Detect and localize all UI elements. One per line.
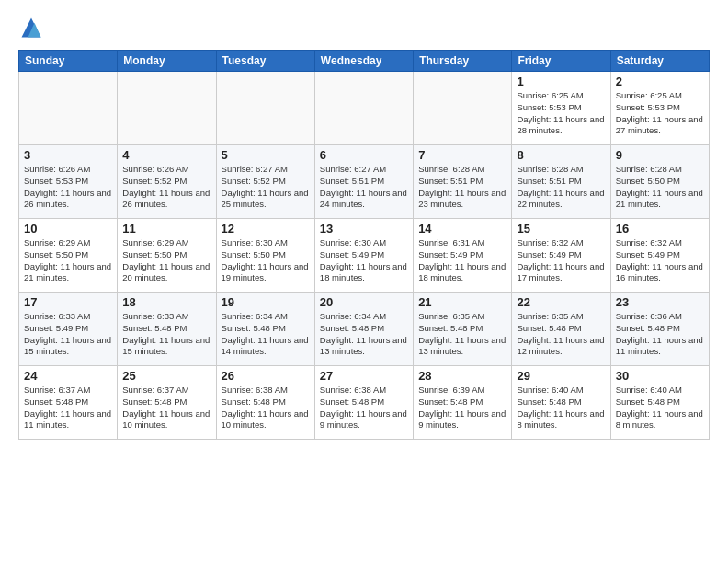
day-info: Sunrise: 6:27 AM Sunset: 5:52 PM Dayligh… [222,164,310,211]
calendar-cell [414,72,512,145]
day-number: 14 [418,222,506,236]
day-number: 24 [24,369,112,383]
day-number: 5 [222,148,310,162]
calendar-cell: 3Sunrise: 6:26 AM Sunset: 5:53 PM Daylig… [19,145,118,219]
calendar-week-row: 24Sunrise: 6:37 AM Sunset: 5:48 PM Dayli… [19,366,710,440]
day-number: 23 [616,295,704,309]
day-info: Sunrise: 6:38 AM Sunset: 5:48 PM Dayligh… [222,385,310,431]
weekday-header: Thursday [414,51,512,72]
day-number: 22 [517,295,605,309]
day-info: Sunrise: 6:37 AM Sunset: 5:48 PM Dayligh… [122,385,210,431]
calendar-cell: 2Sunrise: 6:25 AM Sunset: 5:53 PM Daylig… [610,72,709,145]
calendar-cell: 6Sunrise: 6:27 AM Sunset: 5:51 PM Daylig… [314,145,413,219]
day-number: 4 [122,148,210,162]
weekday-header: Sunday [19,51,118,72]
day-info: Sunrise: 6:30 AM Sunset: 5:50 PM Dayligh… [222,237,310,284]
day-info: Sunrise: 6:27 AM Sunset: 5:51 PM Dayligh… [320,164,408,211]
day-info: Sunrise: 6:37 AM Sunset: 5:48 PM Dayligh… [24,385,112,431]
day-number: 18 [122,295,210,309]
day-info: Sunrise: 6:33 AM Sunset: 5:49 PM Dayligh… [24,311,112,358]
calendar-cell: 28Sunrise: 6:39 AM Sunset: 5:48 PM Dayli… [414,366,512,440]
calendar-cell: 17Sunrise: 6:33 AM Sunset: 5:49 PM Dayli… [19,293,118,366]
calendar-cell: 22Sunrise: 6:35 AM Sunset: 5:48 PM Dayli… [512,293,610,366]
weekday-header: Wednesday [314,51,413,72]
calendar-cell [118,72,216,145]
calendar-cell: 18Sunrise: 6:33 AM Sunset: 5:48 PM Dayli… [118,293,216,366]
day-number: 13 [320,222,408,236]
day-info: Sunrise: 6:29 AM Sunset: 5:50 PM Dayligh… [24,237,112,284]
day-info: Sunrise: 6:34 AM Sunset: 5:48 PM Dayligh… [320,311,408,358]
calendar-week-row: 3Sunrise: 6:26 AM Sunset: 5:53 PM Daylig… [19,145,710,219]
day-info: Sunrise: 6:40 AM Sunset: 5:48 PM Dayligh… [616,385,704,431]
weekday-header: Tuesday [216,51,314,72]
day-info: Sunrise: 6:36 AM Sunset: 5:48 PM Dayligh… [616,311,704,358]
day-number: 26 [222,369,310,383]
calendar-cell: 11Sunrise: 6:29 AM Sunset: 5:50 PM Dayli… [118,219,216,293]
calendar-cell: 21Sunrise: 6:35 AM Sunset: 5:48 PM Dayli… [414,293,512,366]
calendar-cell: 26Sunrise: 6:38 AM Sunset: 5:48 PM Dayli… [216,366,314,440]
day-info: Sunrise: 6:32 AM Sunset: 5:49 PM Dayligh… [517,237,605,284]
calendar-week-row: 10Sunrise: 6:29 AM Sunset: 5:50 PM Dayli… [19,219,710,293]
weekday-header: Monday [118,51,216,72]
day-info: Sunrise: 6:34 AM Sunset: 5:48 PM Dayligh… [222,311,310,358]
weekday-header: Friday [512,51,610,72]
calendar-cell: 29Sunrise: 6:40 AM Sunset: 5:48 PM Dayli… [512,366,610,440]
calendar-cell: 4Sunrise: 6:26 AM Sunset: 5:52 PM Daylig… [118,145,216,219]
calendar-week-row: 17Sunrise: 6:33 AM Sunset: 5:49 PM Dayli… [19,293,710,366]
day-info: Sunrise: 6:38 AM Sunset: 5:48 PM Dayligh… [320,385,408,431]
header [18,15,710,40]
calendar-cell: 1Sunrise: 6:25 AM Sunset: 5:53 PM Daylig… [512,72,610,145]
day-info: Sunrise: 6:25 AM Sunset: 5:53 PM Dayligh… [616,90,704,137]
calendar-cell: 20Sunrise: 6:34 AM Sunset: 5:48 PM Dayli… [314,293,413,366]
day-info: Sunrise: 6:29 AM Sunset: 5:50 PM Dayligh… [122,237,210,284]
day-number: 8 [517,148,605,162]
day-info: Sunrise: 6:26 AM Sunset: 5:52 PM Dayligh… [122,164,210,211]
calendar-cell: 12Sunrise: 6:30 AM Sunset: 5:50 PM Dayli… [216,219,314,293]
calendar-cell: 8Sunrise: 6:28 AM Sunset: 5:51 PM Daylig… [512,145,610,219]
page: SundayMondayTuesdayWednesdayThursdayFrid… [0,0,728,563]
day-info: Sunrise: 6:32 AM Sunset: 5:49 PM Dayligh… [616,237,704,284]
calendar: SundayMondayTuesdayWednesdayThursdayFrid… [18,50,710,440]
day-info: Sunrise: 6:40 AM Sunset: 5:48 PM Dayligh… [517,385,605,431]
day-info: Sunrise: 6:35 AM Sunset: 5:48 PM Dayligh… [517,311,605,358]
day-number: 20 [320,295,408,309]
day-info: Sunrise: 6:35 AM Sunset: 5:48 PM Dayligh… [418,311,506,358]
day-info: Sunrise: 6:30 AM Sunset: 5:49 PM Dayligh… [320,237,408,284]
weekday-header-row: SundayMondayTuesdayWednesdayThursdayFrid… [19,51,710,72]
day-info: Sunrise: 6:28 AM Sunset: 5:50 PM Dayligh… [616,164,704,211]
calendar-cell [19,72,118,145]
day-info: Sunrise: 6:26 AM Sunset: 5:53 PM Dayligh… [24,164,112,211]
day-number: 9 [616,148,704,162]
day-number: 12 [222,222,310,236]
calendar-cell: 25Sunrise: 6:37 AM Sunset: 5:48 PM Dayli… [118,366,216,440]
calendar-cell: 14Sunrise: 6:31 AM Sunset: 5:49 PM Dayli… [414,219,512,293]
day-number: 29 [517,369,605,383]
calendar-cell: 16Sunrise: 6:32 AM Sunset: 5:49 PM Dayli… [610,219,709,293]
day-number: 27 [320,369,408,383]
calendar-week-row: 1Sunrise: 6:25 AM Sunset: 5:53 PM Daylig… [19,72,710,145]
calendar-cell: 19Sunrise: 6:34 AM Sunset: 5:48 PM Dayli… [216,293,314,366]
day-number: 25 [122,369,210,383]
calendar-cell: 9Sunrise: 6:28 AM Sunset: 5:50 PM Daylig… [610,145,709,219]
calendar-cell: 10Sunrise: 6:29 AM Sunset: 5:50 PM Dayli… [19,219,118,293]
weekday-header: Saturday [610,51,709,72]
day-number: 21 [418,295,506,309]
day-number: 28 [418,369,506,383]
day-number: 15 [517,222,605,236]
calendar-cell: 23Sunrise: 6:36 AM Sunset: 5:48 PM Dayli… [610,293,709,366]
calendar-cell: 24Sunrise: 6:37 AM Sunset: 5:48 PM Dayli… [19,366,118,440]
day-info: Sunrise: 6:25 AM Sunset: 5:53 PM Dayligh… [517,90,605,137]
day-number: 3 [24,148,112,162]
calendar-cell [314,72,413,145]
day-info: Sunrise: 6:33 AM Sunset: 5:48 PM Dayligh… [122,311,210,358]
logo [18,15,48,40]
day-number: 16 [616,222,704,236]
day-info: Sunrise: 6:39 AM Sunset: 5:48 PM Dayligh… [418,385,506,431]
day-number: 10 [24,222,112,236]
day-number: 30 [616,369,704,383]
calendar-cell: 5Sunrise: 6:27 AM Sunset: 5:52 PM Daylig… [216,145,314,219]
day-number: 2 [616,75,704,88]
day-info: Sunrise: 6:31 AM Sunset: 5:49 PM Dayligh… [418,237,506,284]
calendar-cell: 30Sunrise: 6:40 AM Sunset: 5:48 PM Dayli… [610,366,709,440]
day-number: 1 [517,75,605,88]
